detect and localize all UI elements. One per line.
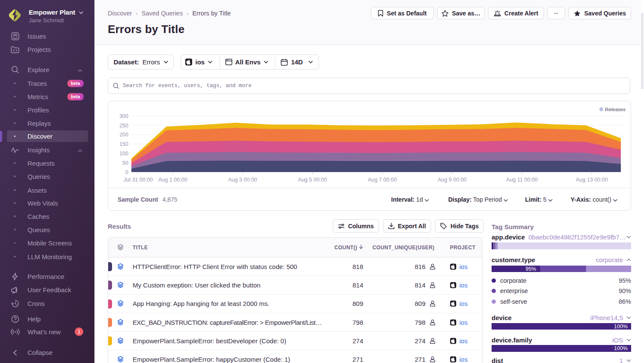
svg-text:Aug 13 00:00: Aug 13 00:00 — [576, 177, 608, 183]
svg-text:300: 300 — [119, 113, 128, 119]
svg-text:150: 150 — [119, 141, 128, 147]
svg-text:200: 200 — [119, 132, 128, 138]
svg-text:0: 0 — [125, 169, 128, 175]
svg-text:50: 50 — [122, 160, 128, 166]
svg-text:Aug 11 00:00: Aug 11 00:00 — [506, 177, 538, 183]
svg-text:100: 100 — [119, 151, 128, 157]
svg-text:Aug 3 00:00: Aug 3 00:00 — [228, 177, 257, 183]
svg-text:Aug 5 00:00: Aug 5 00:00 — [298, 177, 327, 183]
svg-text:Aug 1 00:00: Aug 1 00:00 — [158, 177, 187, 183]
svg-text:250: 250 — [119, 123, 128, 129]
svg-text:Aug 9 00:00: Aug 9 00:00 — [437, 177, 466, 183]
svg-text:Jul 31 00:00: Jul 31 00:00 — [124, 177, 153, 183]
svg-text:Releases: Releases — [605, 107, 626, 112]
svg-text:Aug 7 00:00: Aug 7 00:00 — [368, 177, 397, 183]
